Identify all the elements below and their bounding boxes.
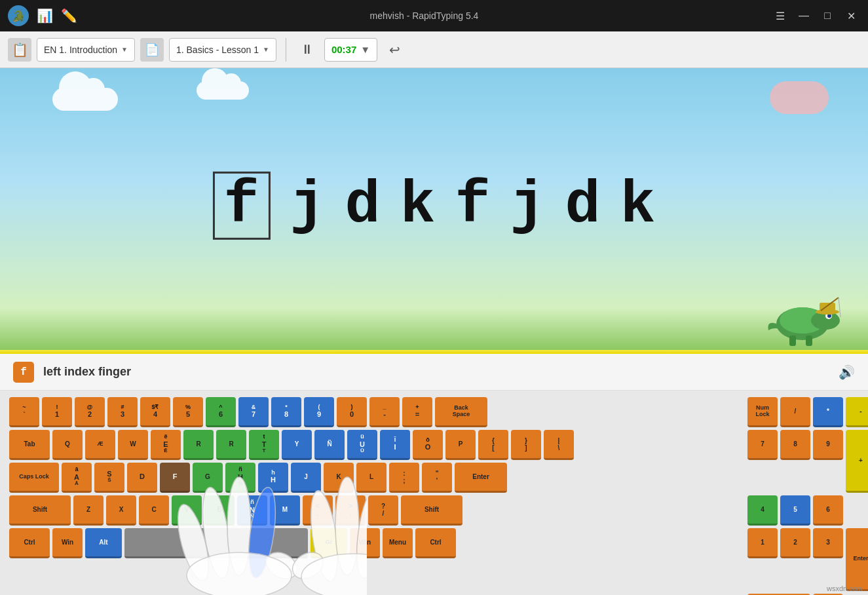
key-alt-left[interactable]: Alt — [85, 528, 122, 558]
key-w[interactable]: W — [118, 430, 148, 460]
timer-display[interactable]: 00:37 ▼ — [324, 38, 377, 62]
mascot — [763, 284, 842, 337]
key-tab[interactable]: Tab — [9, 430, 50, 460]
stats-icon[interactable]: 📊 — [37, 8, 53, 24]
key-h[interactable]: ñHÑ — [225, 463, 255, 493]
numpad-asterisk[interactable]: * — [813, 397, 843, 427]
numpad: NumLock / * - 7 8 9 + 4 5 6 1 2 3 Enter … — [747, 397, 859, 595]
key-lbracket[interactable]: {[ — [478, 430, 508, 460]
key-quote[interactable]: "' — [422, 463, 452, 493]
key-r2[interactable]: R — [216, 430, 246, 460]
lesson-dropdown[interactable]: 1. Basics - Lesson 1 ▼ — [169, 38, 276, 62]
key-c[interactable]: C — [139, 495, 169, 526]
key-x[interactable]: X — [106, 495, 136, 526]
key-ctrl-left[interactable]: Ctrl — [9, 528, 50, 558]
key-3[interactable]: #3 — [107, 397, 138, 427]
key-n-tilde[interactable]: Ñ — [314, 430, 345, 460]
key-rbracket[interactable]: }] — [511, 430, 541, 460]
key-y[interactable]: Y — [282, 430, 312, 460]
finger-label: left index finger — [43, 365, 131, 379]
key-5[interactable]: %5 — [173, 397, 203, 427]
key-0[interactable]: )0 — [337, 397, 367, 427]
key-minus[interactable]: _- — [369, 397, 400, 427]
key-7[interactable]: &7 — [238, 397, 269, 427]
key-semicolon[interactable]: :; — [389, 463, 419, 493]
key-d[interactable]: D — [127, 463, 157, 493]
key-2[interactable]: @2 — [75, 397, 105, 427]
cloud-1 — [52, 88, 118, 111]
menu-button[interactable]: ☰ — [771, 7, 789, 25]
key-l[interactable]: L — [356, 463, 387, 493]
key-a[interactable]: āAĀ — [62, 463, 92, 493]
key-1[interactable]: !1 — [42, 397, 72, 427]
timer-value: 00:37 — [331, 44, 356, 55]
key-enter[interactable]: Enter — [455, 463, 507, 493]
numpad-6[interactable]: 6 — [813, 495, 843, 526]
undo-button[interactable]: ↩ — [383, 38, 406, 62]
key-m[interactable]: M — [270, 495, 300, 526]
toolbar: 📋 EN 1. Introduction ▼ 📄 1. Basics - Les… — [0, 31, 868, 68]
key-q[interactable]: Q — [52, 430, 83, 460]
edit-icon[interactable]: ✏️ — [61, 8, 77, 24]
course-dropdown[interactable]: EN 1. Introduction ▼ — [37, 38, 135, 62]
key-v[interactable]: V — [172, 495, 202, 526]
key-space[interactable] — [124, 528, 308, 558]
numpad-2[interactable]: 2 — [780, 528, 810, 558]
key-6[interactable]: ^6 — [206, 397, 236, 427]
key-equals[interactable]: += — [402, 397, 432, 427]
numpad-8[interactable]: 8 — [780, 430, 810, 460]
sound-icon[interactable]: 🔊 — [839, 364, 855, 380]
key-f[interactable]: F — [160, 463, 190, 493]
key-e[interactable]: ëEĒ — [151, 430, 181, 460]
numpad-enter[interactable]: Enter — [846, 528, 868, 591]
svg-point-22 — [301, 554, 367, 595]
key-backslash[interactable]: |\ — [544, 430, 574, 460]
key-z[interactable]: Z — [73, 495, 104, 526]
key-shift-left[interactable]: Shift — [9, 495, 71, 526]
key-win-left[interactable]: Win — [52, 528, 83, 558]
key-t[interactable]: tTT — [249, 430, 279, 460]
key-j[interactable]: J — [291, 463, 321, 493]
numpad-plus[interactable]: + — [846, 430, 868, 493]
key-h2[interactable]: hH — [258, 463, 288, 493]
key-ctrl-right[interactable]: Ctrl — [415, 528, 456, 558]
key-s[interactable]: SŠ — [94, 463, 124, 493]
key-tilde[interactable]: ~` — [9, 397, 39, 427]
key-r[interactable]: R — [183, 430, 214, 460]
key-period[interactable]: >. — [335, 495, 366, 526]
key-g[interactable]: G — [193, 463, 223, 493]
close-button[interactable]: ✕ — [842, 7, 860, 25]
numpad-slash[interactable]: / — [780, 397, 810, 427]
numpad-9[interactable]: 9 — [813, 430, 843, 460]
key-ae[interactable]: Æ — [85, 430, 115, 460]
numpad-minus[interactable]: - — [846, 397, 868, 427]
key-9[interactable]: (9 — [304, 397, 334, 427]
key-p[interactable]: P — [445, 430, 476, 460]
numpad-3[interactable]: 3 — [813, 528, 843, 558]
key-o[interactable]: ōO — [413, 430, 443, 460]
key-shift-right[interactable]: Shift — [401, 495, 462, 526]
numpad-4[interactable]: 4 — [747, 495, 778, 526]
key-u[interactable]: üUŪ — [347, 430, 377, 460]
minimize-button[interactable]: — — [795, 7, 813, 25]
key-comma[interactable]: <, — [303, 495, 333, 526]
numpad-numlock[interactable]: NumLock — [747, 397, 778, 427]
key-gr[interactable]: Gr — [311, 528, 347, 558]
key-k[interactable]: K — [324, 463, 354, 493]
numpad-7[interactable]: 7 — [747, 430, 778, 460]
key-backspace[interactable]: BackSpace — [435, 397, 487, 427]
numpad-5[interactable]: 5 — [780, 495, 810, 526]
key-4[interactable]: $₹4 — [140, 397, 170, 427]
char-3: d — [345, 176, 380, 235]
maximize-button[interactable]: □ — [818, 7, 837, 25]
pause-button[interactable]: ⏸ — [295, 38, 319, 62]
key-8[interactable]: *8 — [271, 397, 301, 427]
key-n[interactable]: ñNÑ — [237, 495, 267, 526]
key-capslock[interactable]: Caps Lock — [9, 463, 59, 493]
key-b[interactable]: B — [204, 495, 235, 526]
key-menu[interactable]: Menu — [383, 528, 413, 558]
key-slash[interactable]: ?/ — [368, 495, 398, 526]
key-win-right[interactable]: Win — [350, 528, 380, 558]
numpad-1[interactable]: 1 — [747, 528, 778, 558]
key-i[interactable]: ĪI — [380, 430, 410, 460]
